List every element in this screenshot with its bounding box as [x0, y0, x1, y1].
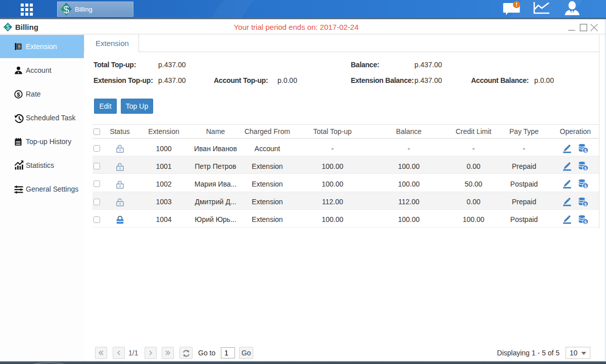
svg-text:$: $	[584, 201, 587, 206]
svg-text:$: $	[584, 184, 587, 189]
svg-text:!: !	[516, 2, 518, 8]
svg-text:$: $	[584, 166, 587, 171]
svg-text:$: $	[63, 4, 69, 15]
svg-text:$: $	[584, 219, 587, 224]
svg-text:$: $	[584, 148, 587, 153]
svg-text:$: $	[17, 92, 20, 98]
